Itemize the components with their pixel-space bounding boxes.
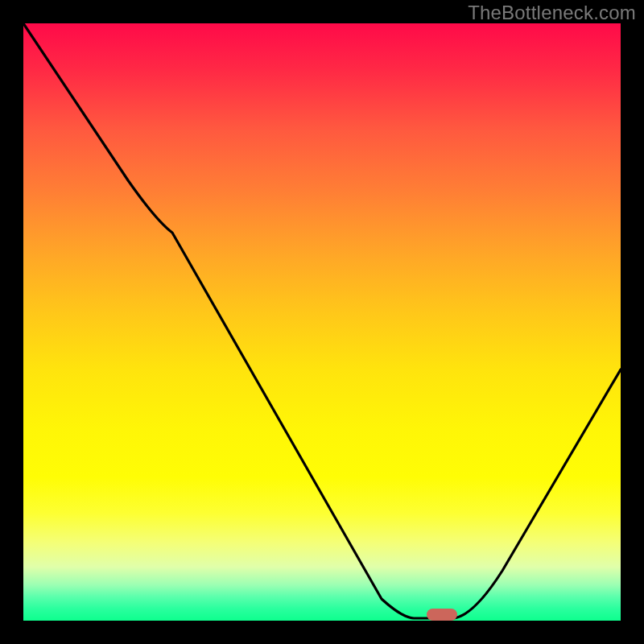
- curve-path: [23, 23, 621, 618]
- plot-area: [23, 23, 621, 621]
- chart-frame: TheBottleneck.com: [0, 0, 644, 644]
- bottleneck-curve: [23, 23, 621, 621]
- optimal-marker: [427, 609, 457, 621]
- watermark-text: TheBottleneck.com: [468, 2, 636, 24]
